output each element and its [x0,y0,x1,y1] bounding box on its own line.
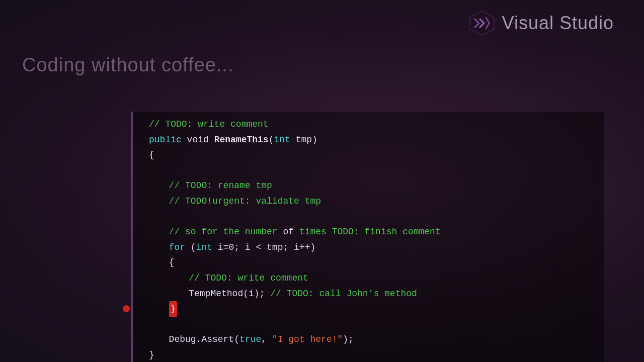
code-line-blank3 [149,317,592,332]
code-line-9: for ( int i=0; i < tmp; i++) [149,240,592,255]
code-text: // TODO: write comment [149,117,269,132]
code-text: times TODO: finish comment [294,224,441,240]
code-text: tmp) [290,132,317,148]
code-text: public [149,132,182,148]
page-heading: Coding without coffee... [22,54,233,76]
code-text: } [149,347,154,362]
highlighted-brace: } [169,301,178,317]
code-line-10: { [149,255,592,270]
code-text: // TODO: call John's method [270,286,417,302]
code-text: int [274,132,290,148]
code-text: // TODO: rename tmp [169,178,272,194]
code-text: // so for the number [169,224,283,240]
code-text: ); [343,332,354,347]
code-line-15: Debug.Assert( true , "I got here!" ); [149,332,592,347]
code-line-2: public void RenameThis ( int tmp) [149,132,592,148]
breakpoint-dot [123,305,130,312]
code-text: Debug.Assert( [169,332,239,347]
code-line-5: // TODO: rename tmp [149,178,592,194]
vs-logo-icon [468,9,496,37]
vs-logo-text: Visual Studio [502,13,614,34]
code-line-16: } [149,347,592,362]
code-line-12: TempMethod(i); // TODO: call John's meth… [149,286,592,302]
code-line-11: // TODO: write comment [149,270,592,286]
code-text: TempMethod(i); [189,286,270,302]
code-line-1: // TODO: write comment [149,117,592,132]
code-text: { [149,147,154,163]
code-text: for [169,240,185,255]
code-text: i=0; i < tmp; i++) [212,240,315,255]
code-text: RenameThis [214,132,269,148]
code-block: // TODO: write comment public void Renam… [131,112,604,362]
code-text: // TODO: write comment [189,270,308,286]
code-line-13: } [149,301,592,317]
code-text: { [169,255,175,270]
vs-logo-container: Visual Studio [468,9,614,37]
code-line-6: // TODO!urgent: validate tmp [149,194,592,209]
code-line-8: // so for the number of times TODO: fini… [149,224,592,240]
code-text: ( [185,240,196,255]
code-text: true [239,332,261,347]
code-line-3: { [149,147,592,163]
code-text: int [196,240,212,255]
code-line-blank2 [149,209,592,225]
code-line-blank1 [149,163,592,178]
code-text: of [283,224,294,240]
code-text: void [182,132,214,148]
code-text: , [261,332,272,347]
code-text: "I got here!" [272,332,343,347]
code-text: ( [269,132,274,148]
code-text: // TODO!urgent: validate tmp [169,194,321,209]
